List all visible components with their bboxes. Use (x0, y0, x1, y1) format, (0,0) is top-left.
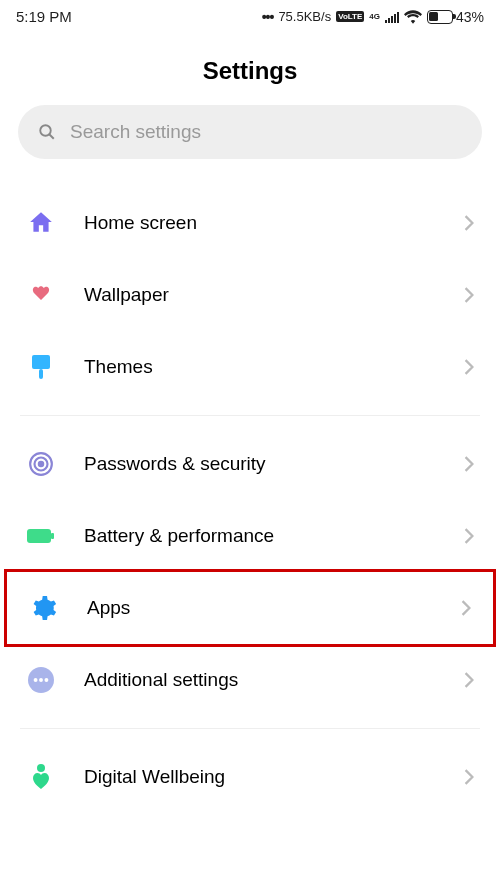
settings-item-wallpaper[interactable]: Wallpaper (0, 259, 500, 331)
svg-rect-3 (39, 369, 43, 379)
item-label: Apps (87, 597, 433, 619)
network-speed: 75.5KB/s (278, 9, 331, 24)
signal-icon (385, 11, 399, 23)
chevron-right-icon (464, 672, 474, 688)
wifi-icon (404, 10, 422, 24)
search-bar[interactable] (18, 105, 482, 159)
divider (20, 415, 480, 416)
battery-fill (429, 12, 438, 21)
chevron-right-icon (464, 287, 474, 303)
item-label: Home screen (84, 212, 436, 234)
settings-item-apps[interactable]: Apps (4, 569, 496, 647)
search-input[interactable] (70, 121, 462, 143)
chevron-right-icon (461, 600, 471, 616)
battery-indicator: 43% (427, 9, 484, 25)
settings-item-digital-wellbeing[interactable]: Digital Wellbeing (0, 741, 500, 813)
svg-rect-2 (32, 355, 50, 369)
settings-item-battery-performance[interactable]: Battery & performance (0, 500, 500, 572)
svg-point-12 (44, 678, 48, 682)
status-time: 5:19 PM (16, 8, 72, 25)
chevron-right-icon (464, 456, 474, 472)
settings-item-home-screen[interactable]: Home screen (0, 187, 500, 259)
themes-icon (26, 352, 56, 382)
svg-point-11 (39, 678, 43, 682)
apps-gear-icon (29, 593, 59, 623)
network-type-icon: 4G (369, 13, 380, 21)
chevron-right-icon (464, 769, 474, 785)
svg-point-10 (34, 678, 38, 682)
wallpaper-icon (26, 280, 56, 310)
svg-point-13 (37, 764, 45, 772)
more-icon (26, 665, 56, 695)
search-icon (38, 123, 56, 141)
svg-point-6 (39, 462, 43, 466)
item-label: Additional settings (84, 669, 436, 691)
page-title: Settings (0, 57, 500, 85)
volte-icon: VoLTE (336, 11, 364, 22)
settings-item-passwords-security[interactable]: Passwords & security (0, 428, 500, 500)
svg-rect-7 (27, 529, 51, 543)
battery-icon (427, 10, 453, 24)
battery-icon (26, 521, 56, 551)
item-label: Themes (84, 356, 436, 378)
item-label: Wallpaper (84, 284, 436, 306)
settings-item-themes[interactable]: Themes (0, 331, 500, 403)
svg-point-0 (40, 125, 51, 136)
item-label: Passwords & security (84, 453, 436, 475)
status-bar: 5:19 PM ••• 75.5KB/s VoLTE 4G 43% (0, 0, 500, 29)
more-dots-icon: ••• (262, 9, 274, 25)
svg-line-1 (49, 134, 54, 139)
svg-rect-8 (51, 533, 54, 539)
item-label: Battery & performance (84, 525, 436, 547)
wellbeing-icon (26, 762, 56, 792)
home-icon (26, 208, 56, 238)
chevron-right-icon (464, 528, 474, 544)
divider (20, 728, 480, 729)
settings-item-additional-settings[interactable]: Additional settings (0, 644, 500, 716)
battery-percentage: 43% (456, 9, 484, 25)
chevron-right-icon (464, 359, 474, 375)
fingerprint-icon (26, 449, 56, 479)
settings-list: Home screen Wallpaper Themes Passwords &… (0, 187, 500, 813)
item-label: Digital Wellbeing (84, 766, 436, 788)
chevron-right-icon (464, 215, 474, 231)
status-indicators: ••• 75.5KB/s VoLTE 4G 43% (262, 9, 484, 25)
